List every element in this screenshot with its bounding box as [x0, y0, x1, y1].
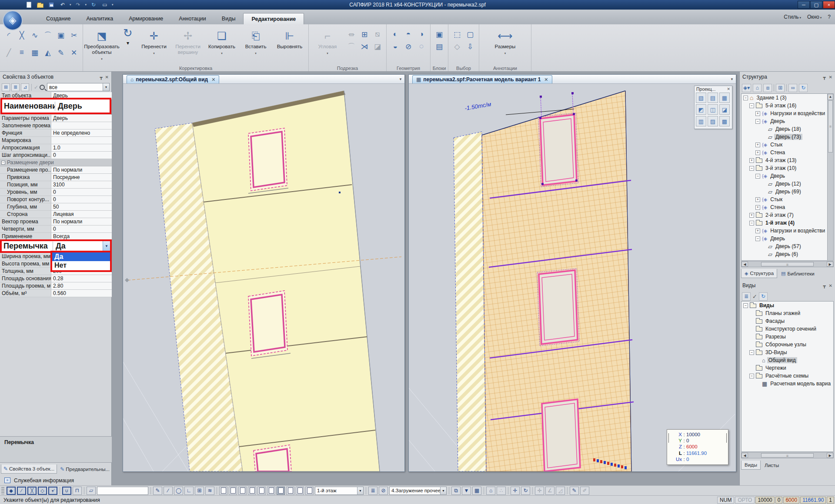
view-mode-8[interactable]	[286, 487, 294, 495]
rename-icon[interactable]: ⊞	[359, 29, 370, 40]
pin-icon[interactable]: ┳	[823, 283, 826, 288]
num-indicator[interactable]: NUM	[717, 497, 734, 504]
snap-point-button[interactable]: ◇	[38, 487, 47, 495]
property-value[interactable]: 0	[51, 152, 112, 159]
load-case-combo[interactable]: 4.Загружение прочее▼	[389, 487, 447, 495]
list-view-icon[interactable]: ≣	[11, 83, 20, 91]
face-cut-icon[interactable]: ◪	[372, 41, 383, 52]
tab-properties[interactable]: ✎ Свойства 3 объек...	[1, 464, 57, 474]
paste-button[interactable]: ⎗ Вставить▾	[239, 27, 272, 64]
view-settings-icon[interactable]: ≣	[742, 292, 751, 301]
expand-toggle[interactable]: −	[755, 236, 760, 241]
tree-item[interactable]: Разрезы	[741, 333, 833, 341]
eyedropper-icon[interactable]: ✎	[55, 47, 67, 58]
search-icon[interactable]	[40, 85, 45, 90]
angle-button[interactable]: ∠	[545, 487, 554, 495]
join-icon[interactable]: ⌒	[42, 30, 53, 41]
home-icon[interactable]: ⌂	[753, 84, 762, 92]
property-value[interactable]	[51, 122, 112, 129]
expand-toggle[interactable]: +	[749, 158, 754, 163]
tree-item[interactable]: +{◈Стык	[741, 196, 826, 203]
maximize-button[interactable]: ▢	[810, 1, 822, 9]
move-vertex-button[interactable]: ✢ Перенести вершину	[171, 27, 204, 64]
refresh-views-icon[interactable]: ↻	[759, 292, 768, 301]
tab-reinforcement[interactable]: Армирование	[121, 13, 171, 24]
mirror-icon[interactable]: ◭	[42, 47, 53, 58]
draw-angle-button[interactable]: ∟	[184, 487, 194, 495]
dropdown-option-yes[interactable]: Да	[52, 252, 110, 261]
tree-item[interactable]: +{◈Стена	[741, 203, 826, 211]
tree-item[interactable]: Фасады	[741, 317, 833, 325]
cut-icon[interactable]: ✂	[68, 30, 80, 41]
app-logo[interactable]: ◈	[3, 10, 23, 30]
property-value[interactable]: Не определено	[51, 129, 112, 136]
property-value[interactable]	[51, 137, 112, 144]
expand-toggle[interactable]: +	[749, 213, 754, 218]
tab-views-panel[interactable]: Виды	[741, 461, 761, 470]
property-row[interactable]: Аппроксимация1.0	[0, 144, 112, 152]
close-panel-icon[interactable]: ✕	[829, 283, 832, 288]
expand-toggle[interactable]: +	[755, 197, 760, 202]
move-node-button[interactable]: ✢	[535, 487, 544, 495]
view-mode-7[interactable]	[277, 487, 285, 495]
property-row[interactable]: Четверти, мм0	[0, 225, 112, 233]
tree-item[interactable]: ▱Дверь (73)	[741, 133, 826, 141]
projection-left-icon[interactable]: ▦	[719, 93, 730, 103]
projection-right-icon[interactable]: ◩	[696, 104, 706, 115]
array-icon[interactable]: ▦	[29, 47, 40, 58]
property-value[interactable]: 50	[51, 203, 112, 210]
property-value[interactable]: По нормали	[51, 218, 112, 225]
dimensions-button[interactable]: ⟷ Размеры▾	[489, 27, 522, 64]
view-list-dropdown-icon[interactable]: ▼	[399, 77, 402, 81]
property-value[interactable]: Посредине	[51, 174, 112, 181]
tab-structure[interactable]: ◈ Структура	[741, 269, 777, 278]
expand-toggle[interactable]: −	[749, 103, 754, 108]
dot-mode-button[interactable]: ∴	[497, 487, 506, 495]
no-load-button[interactable]: ⊘	[379, 487, 388, 495]
projection-front-icon[interactable]: ▧	[696, 93, 706, 103]
property-value[interactable]: 0	[51, 189, 112, 196]
select-down-icon[interactable]: ⇩	[464, 41, 476, 52]
view-mode-6[interactable]	[267, 487, 275, 495]
property-row[interactable]: Глубина, мм50	[0, 203, 112, 211]
minimize-button[interactable]: ─	[798, 1, 810, 9]
apply-view-icon[interactable]: ✓	[752, 293, 757, 300]
tree-item[interactable]: +{◈Стена	[741, 149, 826, 156]
property-row[interactable]: Уровень, мм0	[0, 189, 112, 196]
tree-item[interactable]: +{◈Нагрузки и воздействи	[741, 109, 826, 117]
tree-item[interactable]: ▱Дверь (57)	[741, 242, 826, 250]
tab-views[interactable]: Виды	[214, 13, 244, 24]
projection-dimetric-icon[interactable]: ▨	[708, 116, 718, 126]
property-row[interactable]: Поворот контур...0	[0, 196, 112, 203]
split-icon[interactable]: ⊘	[403, 41, 414, 52]
view-list-dropdown-icon[interactable]: ▼	[730, 77, 734, 81]
lintel-callout-value[interactable]: Да	[53, 242, 103, 251]
property-value[interactable]: 0.28	[51, 275, 112, 282]
projection-iso-icon[interactable]: ▥	[696, 116, 706, 126]
tree-item[interactable]: −⌂Здание 1 (3)	[741, 94, 826, 102]
refresh-icon[interactable]: ↻	[799, 84, 808, 92]
tree-item[interactable]: −Виды	[741, 302, 833, 309]
pin-icon[interactable]: ┳	[823, 75, 826, 80]
coordinate-field[interactable]: 1	[827, 497, 834, 504]
draw-grid-button[interactable]: ⊞	[195, 487, 204, 495]
tree-item[interactable]: −{◈Дверь	[741, 117, 826, 125]
tree-item[interactable]: ▱Дверь (69)	[741, 188, 826, 196]
snap-intersection-button[interactable]: ╳	[27, 487, 37, 495]
lintel-dropdown-arrow-icon[interactable]: ▼	[103, 241, 110, 251]
find-icon[interactable]: ∞	[788, 84, 797, 92]
expand-toggle[interactable]: +	[755, 229, 760, 233]
tree-item[interactable]: +4-й этаж (13)	[741, 156, 826, 164]
tree-item[interactable]: ▱Дверь (18)	[741, 125, 826, 133]
name-callout-value[interactable]: Дверь	[55, 102, 110, 111]
projection-perspective-icon[interactable]: ▩	[719, 116, 730, 126]
sketch-alt-button[interactable]: ✐	[580, 487, 589, 495]
tab-preview[interactable]: ✎ Предварительны...	[58, 464, 112, 474]
plane-cut-icon[interactable]: ⧅	[372, 29, 383, 40]
modified-only-icon[interactable]: ⊿	[21, 83, 29, 91]
tree-item[interactable]: −3-й этаж (10)	[741, 164, 826, 172]
snap-line-button[interactable]: ∕	[17, 487, 26, 495]
expand-toggle[interactable]: −	[749, 374, 754, 378]
workplane-button[interactable]: ▱	[87, 487, 96, 495]
expand-toggle[interactable]: −	[743, 96, 748, 100]
